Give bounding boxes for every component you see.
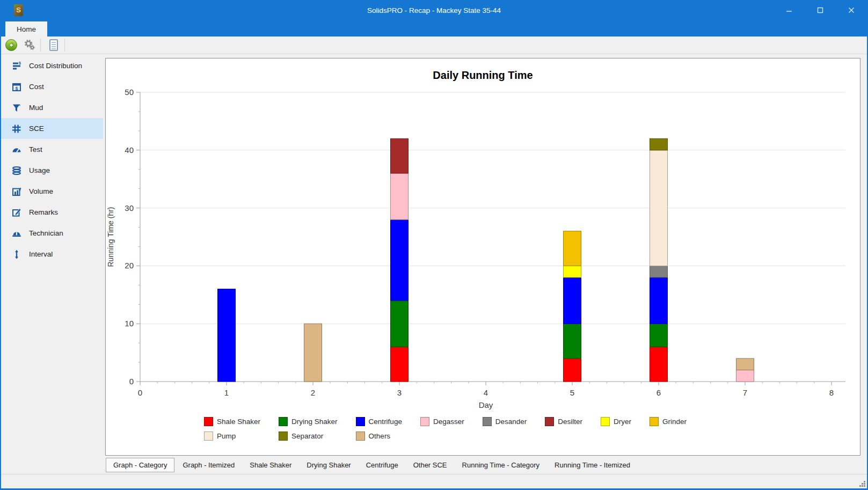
sidebar-item-label: Cost Distribution <box>29 62 82 70</box>
legend-item: Shale Shaker <box>204 417 260 426</box>
legend-swatch <box>356 432 365 441</box>
chart-panel: Daily Running Time 01020304050012345678D… <box>105 58 860 456</box>
test-gauge-icon <box>11 144 22 155</box>
legend-label: Pump <box>217 432 236 440</box>
status-bar <box>1 474 867 488</box>
sidebar-item-cost-distribution[interactable]: $ Cost Distribution <box>1 55 103 76</box>
view-tab-other-sce[interactable]: Other SCE <box>406 458 454 472</box>
bar-segment-desilter[interactable] <box>391 138 409 173</box>
bar-segment-degasser[interactable] <box>391 173 409 220</box>
legend-item: Grinder <box>650 417 687 426</box>
sidebar-item-interval[interactable]: Interval <box>1 244 103 265</box>
resize-grip[interactable] <box>859 480 866 487</box>
legend-item: Degasser <box>420 417 464 426</box>
bar-segment-shale-shaker[interactable] <box>391 347 409 382</box>
legend-label: Centrifuge <box>369 418 402 426</box>
back-button[interactable] <box>3 38 19 53</box>
ribbon-tab-row: Home <box>1 20 867 36</box>
x-tick-label: 0 <box>138 388 142 397</box>
volume-chart-icon <box>11 186 22 197</box>
bar-segment-degasser[interactable] <box>736 370 754 382</box>
sidebar-item-sce[interactable]: SCE <box>1 118 103 139</box>
x-tick-label: 4 <box>484 388 488 397</box>
legend-label: Shale Shaker <box>217 418 260 426</box>
svg-text:$: $ <box>19 61 21 65</box>
view-tab-drying-shaker[interactable]: Drying Shaker <box>300 458 358 472</box>
legend-label: Grinder <box>662 418 687 426</box>
legend-label: Separator <box>291 432 323 440</box>
technician-hardhat-icon <box>11 228 22 239</box>
sidebar-item-label: Usage <box>29 166 50 174</box>
sidebar: $ Cost Distribution $ Cost Mud <box>1 54 103 474</box>
sidebar-item-volume[interactable]: Volume <box>1 181 103 202</box>
back-icon <box>5 39 17 51</box>
chart-legend: Shale ShakerDrying ShakerCentrifugeDegas… <box>204 417 860 441</box>
legend-swatch <box>356 417 365 426</box>
legend-item: Desander <box>483 417 527 426</box>
settings-button[interactable] <box>21 38 38 53</box>
bar-segment-drying-shaker[interactable] <box>564 324 581 359</box>
sidebar-item-label: Test <box>29 145 42 153</box>
remarks-pencil-icon <box>11 207 22 218</box>
bar-segment-desander[interactable] <box>650 266 668 277</box>
x-axis-title: Day <box>479 400 493 409</box>
y-tick-label: 0 <box>129 377 134 386</box>
app-window: S SolidsPRO - Recap - Mackey State 35-44… <box>0 0 868 490</box>
bar-segment-dryer[interactable] <box>564 266 581 277</box>
toolbar-separator <box>64 39 65 52</box>
bar-segment-drying-shaker[interactable] <box>391 301 409 347</box>
legend-swatch <box>420 417 429 426</box>
legend-swatch <box>279 417 288 426</box>
sidebar-item-label: Volume <box>29 187 53 195</box>
bar-segment-grinder[interactable] <box>564 231 581 266</box>
sidebar-item-label: Mud <box>29 104 43 112</box>
interval-arrow-icon <box>11 249 22 260</box>
bar-segment-centrifuge[interactable] <box>564 277 581 324</box>
sidebar-item-cost[interactable]: $ Cost <box>1 76 103 97</box>
sidebar-item-usage[interactable]: Usage <box>1 160 103 181</box>
bar-segment-shale-shaker[interactable] <box>564 359 581 382</box>
legend-item: Dryer <box>601 417 631 426</box>
legend-label: Others <box>369 432 391 440</box>
titlebar: S SolidsPRO - Recap - Mackey State 35-44 <box>1 0 867 20</box>
x-tick-label: 5 <box>570 388 574 397</box>
report-button[interactable] <box>46 38 62 53</box>
view-tab-shale-shaker[interactable]: Shale Shaker <box>243 458 298 472</box>
y-axis-title: Running Time (hr) <box>106 207 115 267</box>
legend-label: Degasser <box>433 418 464 426</box>
sidebar-item-label: Interval <box>29 250 53 258</box>
view-tab-graph-itemized[interactable]: Graph - Itemized <box>176 458 242 472</box>
legend-item: Others <box>356 432 402 441</box>
toolbar-separator <box>40 39 41 52</box>
bar-segment-separator[interactable] <box>650 138 668 150</box>
bar-segment-centrifuge[interactable] <box>391 220 409 301</box>
legend-label: Desilter <box>558 418 582 426</box>
sidebar-item-remarks[interactable]: Remarks <box>1 202 103 223</box>
legend-item: Pump <box>204 432 260 441</box>
view-tab-graph-category[interactable]: Graph - Category <box>106 458 174 472</box>
bar-segment-drying-shaker[interactable] <box>650 324 668 347</box>
bar-segment-shale-shaker[interactable] <box>650 347 668 382</box>
usage-stack-icon <box>11 165 22 176</box>
legend-swatch <box>204 417 213 426</box>
bar-segment-centrifuge[interactable] <box>218 289 236 382</box>
bar-segment-centrifuge[interactable] <box>650 277 668 324</box>
bar-segment-others[interactable] <box>736 359 754 370</box>
legend-item: Centrifuge <box>356 417 402 426</box>
tab-home[interactable]: Home <box>5 21 47 36</box>
view-tab-running-time-itemized[interactable]: Running Time - Itemized <box>548 458 637 472</box>
view-tab-centrifuge[interactable]: Centrifuge <box>359 458 405 472</box>
x-tick-label: 8 <box>829 388 834 397</box>
toolbar <box>1 36 867 54</box>
y-tick-label: 10 <box>125 319 134 328</box>
legend-swatch <box>601 417 610 426</box>
bar-segment-others[interactable] <box>304 324 322 382</box>
y-tick-label: 20 <box>125 261 134 270</box>
sidebar-item-test[interactable]: Test <box>1 139 103 160</box>
sidebar-item-technician[interactable]: Technician <box>1 223 103 244</box>
bar-segment-pump[interactable] <box>650 150 668 266</box>
sidebar-item-mud[interactable]: Mud <box>1 97 103 118</box>
view-tab-running-time-category[interactable]: Running Time - Category <box>455 458 547 472</box>
legend-swatch <box>650 417 659 426</box>
window-title: SolidsPRO - Recap - Mackey State 35-44 <box>1 6 867 14</box>
